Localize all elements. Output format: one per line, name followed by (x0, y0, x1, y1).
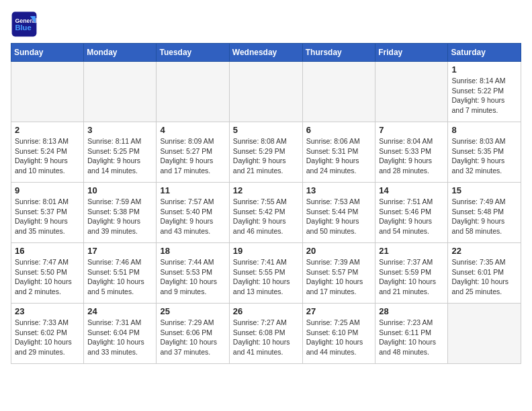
day-cell: 11Sunrise: 7:57 AM Sunset: 5:40 PM Dayli… (157, 183, 229, 243)
day-cell (448, 304, 521, 364)
week-row-2: 9Sunrise: 8:01 AM Sunset: 5:37 PM Daylig… (11, 183, 521, 243)
day-cell: 6Sunrise: 8:06 AM Sunset: 5:31 PM Daylig… (302, 122, 375, 183)
weekday-header-saturday: Saturday (448, 44, 521, 62)
week-row-1: 2Sunrise: 8:13 AM Sunset: 5:24 PM Daylig… (11, 122, 521, 183)
week-row-4: 23Sunrise: 7:33 AM Sunset: 6:02 PM Dayli… (11, 304, 521, 364)
day-number: 3 (87, 125, 152, 135)
day-number: 26 (233, 306, 299, 316)
day-info: Sunrise: 7:49 AM Sunset: 5:48 PM Dayligh… (451, 197, 517, 236)
day-number: 24 (87, 306, 152, 316)
day-number: 16 (15, 246, 80, 256)
day-number: 11 (160, 185, 225, 195)
day-info: Sunrise: 7:41 AM Sunset: 5:55 PM Dayligh… (233, 257, 299, 297)
calendar-table: SundayMondayTuesdayWednesdayThursdayFrid… (11, 43, 521, 364)
day-cell: 1Sunrise: 8:14 AM Sunset: 5:22 PM Daylig… (448, 62, 521, 122)
day-info: Sunrise: 8:06 AM Sunset: 5:31 PM Dayligh… (306, 136, 372, 176)
day-info: Sunrise: 7:25 AM Sunset: 6:10 PM Dayligh… (306, 318, 372, 357)
day-cell: 20Sunrise: 7:39 AM Sunset: 5:57 PM Dayli… (302, 243, 375, 304)
day-info: Sunrise: 7:29 AM Sunset: 6:06 PM Dayligh… (160, 318, 225, 357)
day-info: Sunrise: 7:23 AM Sunset: 6:11 PM Dayligh… (379, 318, 444, 357)
day-info: Sunrise: 7:37 AM Sunset: 5:59 PM Dayligh… (379, 257, 444, 297)
day-cell: 17Sunrise: 7:46 AM Sunset: 5:51 PM Dayli… (84, 243, 157, 304)
day-number: 21 (379, 246, 444, 256)
day-info: Sunrise: 7:39 AM Sunset: 5:57 PM Dayligh… (306, 257, 372, 297)
day-cell: 22Sunrise: 7:35 AM Sunset: 6:01 PM Dayli… (448, 243, 521, 304)
day-cell: 26Sunrise: 7:27 AM Sunset: 6:08 PM Dayli… (229, 304, 302, 364)
calendar-header: SundayMondayTuesdayWednesdayThursdayFrid… (11, 44, 521, 62)
day-info: Sunrise: 7:47 AM Sunset: 5:50 PM Dayligh… (15, 257, 80, 297)
day-cell: 9Sunrise: 8:01 AM Sunset: 5:37 PM Daylig… (11, 183, 84, 243)
weekday-header-wednesday: Wednesday (229, 44, 302, 62)
day-cell (157, 62, 229, 122)
logo-icon: General Blue (11, 11, 38, 38)
weekday-header-monday: Monday (84, 44, 157, 62)
day-number: 17 (87, 246, 152, 256)
day-cell: 12Sunrise: 7:55 AM Sunset: 5:42 PM Dayli… (229, 183, 302, 243)
weekday-header-friday: Friday (375, 44, 448, 62)
day-cell: 16Sunrise: 7:47 AM Sunset: 5:50 PM Dayli… (11, 243, 84, 304)
day-info: Sunrise: 7:46 AM Sunset: 5:51 PM Dayligh… (87, 257, 152, 297)
day-info: Sunrise: 8:08 AM Sunset: 5:29 PM Dayligh… (233, 136, 299, 176)
day-cell: 19Sunrise: 7:41 AM Sunset: 5:55 PM Dayli… (229, 243, 302, 304)
day-number: 19 (233, 246, 299, 256)
day-number: 22 (451, 246, 517, 256)
day-cell: 2Sunrise: 8:13 AM Sunset: 5:24 PM Daylig… (11, 122, 84, 183)
day-number: 9 (15, 185, 80, 195)
svg-text:Blue: Blue (15, 24, 31, 32)
weekday-header-tuesday: Tuesday (157, 44, 229, 62)
day-info: Sunrise: 7:44 AM Sunset: 5:53 PM Dayligh… (160, 257, 225, 297)
day-cell: 24Sunrise: 7:31 AM Sunset: 6:04 PM Dayli… (84, 304, 157, 364)
day-number: 14 (379, 185, 444, 195)
day-info: Sunrise: 8:09 AM Sunset: 5:27 PM Dayligh… (160, 136, 225, 176)
weekday-header-sunday: Sunday (11, 44, 84, 62)
day-number: 7 (379, 125, 444, 135)
day-cell: 15Sunrise: 7:49 AM Sunset: 5:48 PM Dayli… (448, 183, 521, 243)
day-info: Sunrise: 7:59 AM Sunset: 5:38 PM Dayligh… (87, 197, 152, 236)
day-number: 18 (160, 246, 225, 256)
day-cell: 5Sunrise: 8:08 AM Sunset: 5:29 PM Daylig… (229, 122, 302, 183)
day-cell: 13Sunrise: 7:53 AM Sunset: 5:44 PM Dayli… (302, 183, 375, 243)
day-info: Sunrise: 8:14 AM Sunset: 5:22 PM Dayligh… (451, 76, 517, 116)
day-info: Sunrise: 7:51 AM Sunset: 5:46 PM Dayligh… (379, 197, 444, 236)
day-number: 1 (451, 64, 517, 75)
week-row-3: 16Sunrise: 7:47 AM Sunset: 5:50 PM Dayli… (11, 243, 521, 304)
day-info: Sunrise: 7:53 AM Sunset: 5:44 PM Dayligh… (306, 197, 372, 236)
day-number: 15 (451, 185, 517, 195)
day-number: 6 (306, 125, 372, 135)
day-number: 12 (233, 185, 299, 195)
day-cell: 4Sunrise: 8:09 AM Sunset: 5:27 PM Daylig… (157, 122, 229, 183)
day-info: Sunrise: 8:01 AM Sunset: 5:37 PM Dayligh… (15, 197, 80, 236)
day-cell: 8Sunrise: 8:03 AM Sunset: 5:35 PM Daylig… (448, 122, 521, 183)
day-info: Sunrise: 8:13 AM Sunset: 5:24 PM Dayligh… (15, 136, 80, 176)
day-number: 8 (451, 125, 517, 135)
day-cell: 7Sunrise: 8:04 AM Sunset: 5:33 PM Daylig… (375, 122, 448, 183)
day-cell (11, 62, 84, 122)
day-cell: 18Sunrise: 7:44 AM Sunset: 5:53 PM Dayli… (157, 243, 229, 304)
day-number: 23 (15, 306, 80, 316)
day-info: Sunrise: 8:03 AM Sunset: 5:35 PM Dayligh… (451, 136, 517, 176)
day-cell: 10Sunrise: 7:59 AM Sunset: 5:38 PM Dayli… (84, 183, 157, 243)
day-number: 25 (160, 306, 225, 316)
day-info: Sunrise: 8:04 AM Sunset: 5:33 PM Dayligh… (379, 136, 444, 176)
day-info: Sunrise: 7:57 AM Sunset: 5:40 PM Dayligh… (160, 197, 225, 236)
week-row-0: 1Sunrise: 8:14 AM Sunset: 5:22 PM Daylig… (11, 62, 521, 122)
day-cell (84, 62, 157, 122)
day-number: 4 (160, 125, 225, 135)
day-number: 13 (306, 185, 372, 195)
day-info: Sunrise: 8:11 AM Sunset: 5:25 PM Dayligh… (87, 136, 152, 176)
day-cell: 25Sunrise: 7:29 AM Sunset: 6:06 PM Dayli… (157, 304, 229, 364)
day-cell: 14Sunrise: 7:51 AM Sunset: 5:46 PM Dayli… (375, 183, 448, 243)
weekday-header-thursday: Thursday (302, 44, 375, 62)
day-info: Sunrise: 7:55 AM Sunset: 5:42 PM Dayligh… (233, 197, 299, 236)
day-info: Sunrise: 7:27 AM Sunset: 6:08 PM Dayligh… (233, 318, 299, 357)
day-info: Sunrise: 7:31 AM Sunset: 6:04 PM Dayligh… (87, 318, 152, 357)
day-number: 5 (233, 125, 299, 135)
day-cell: 21Sunrise: 7:37 AM Sunset: 5:59 PM Dayli… (375, 243, 448, 304)
weekday-header-row: SundayMondayTuesdayWednesdayThursdayFrid… (11, 44, 521, 62)
day-number: 2 (15, 125, 80, 135)
day-number: 27 (306, 306, 372, 316)
day-cell: 27Sunrise: 7:25 AM Sunset: 6:10 PM Dayli… (302, 304, 375, 364)
day-number: 28 (379, 306, 444, 316)
calendar-body: 1Sunrise: 8:14 AM Sunset: 5:22 PM Daylig… (11, 62, 521, 364)
day-number: 10 (87, 185, 152, 195)
